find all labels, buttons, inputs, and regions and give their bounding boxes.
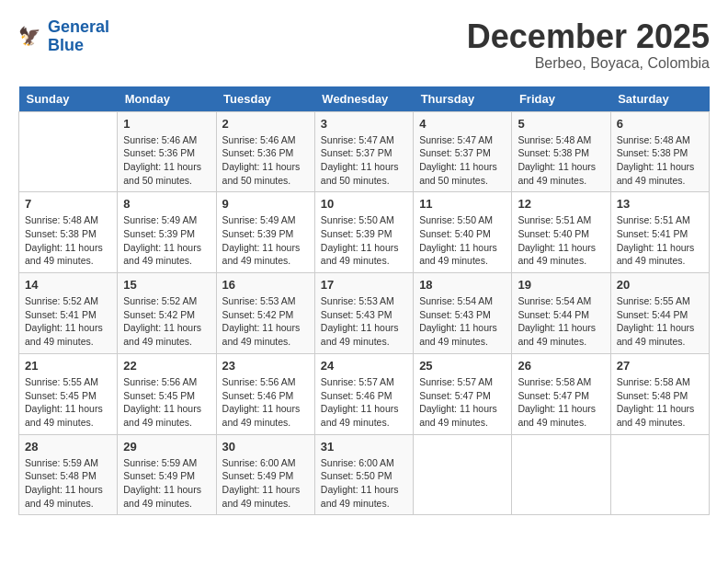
calendar-cell: 25Sunrise: 5:57 AMSunset: 5:47 PMDayligh… [414, 353, 512, 434]
day-info: Sunrise: 5:53 AMSunset: 5:43 PMDaylight:… [321, 294, 407, 349]
day-number: 23 [222, 359, 309, 373]
calendar-cell: 9Sunrise: 5:49 AMSunset: 5:39 PMDaylight… [216, 192, 314, 273]
day-of-week-header: Friday [512, 86, 610, 112]
day-info: Sunrise: 5:55 AMSunset: 5:45 PMDaylight:… [25, 375, 111, 430]
calendar-week-row: 21Sunrise: 5:55 AMSunset: 5:45 PMDayligh… [19, 353, 710, 434]
logo-line2: Blue [48, 37, 109, 55]
day-info: Sunrise: 5:50 AMSunset: 5:39 PMDaylight:… [321, 213, 407, 268]
calendar-cell: 7Sunrise: 5:48 AMSunset: 5:38 PMDaylight… [19, 192, 118, 273]
day-info: Sunrise: 5:59 AMSunset: 5:49 PMDaylight:… [123, 456, 210, 511]
calendar-cell: 23Sunrise: 5:56 AMSunset: 5:46 PMDayligh… [216, 353, 314, 434]
day-info: Sunrise: 5:47 AMSunset: 5:37 PMDaylight:… [419, 133, 506, 188]
calendar-cell: 2Sunrise: 5:46 AMSunset: 5:36 PMDaylight… [216, 111, 314, 192]
header: 🦅 General Blue December 2025 Berbeo, Boy… [18, 18, 710, 72]
day-number: 29 [123, 440, 210, 454]
svg-text:🦅: 🦅 [18, 24, 41, 46]
logo-line1: General [48, 17, 109, 36]
calendar-cell: 3Sunrise: 5:47 AMSunset: 5:37 PMDaylight… [314, 111, 413, 192]
day-of-week-header: Saturday [610, 86, 709, 112]
calendar-cell: 18Sunrise: 5:54 AMSunset: 5:43 PMDayligh… [414, 273, 512, 354]
day-number: 26 [518, 359, 604, 373]
day-number: 22 [123, 359, 210, 373]
calendar-cell: 8Sunrise: 5:49 AMSunset: 5:39 PMDaylight… [118, 192, 216, 273]
day-number: 19 [518, 278, 604, 292]
calendar-cell: 22Sunrise: 5:56 AMSunset: 5:45 PMDayligh… [118, 353, 216, 434]
day-info: Sunrise: 5:59 AMSunset: 5:48 PMDaylight:… [25, 456, 111, 511]
day-of-week-header: Monday [118, 86, 216, 112]
day-info: Sunrise: 5:52 AMSunset: 5:42 PMDaylight:… [123, 294, 210, 349]
calendar-week-row: 7Sunrise: 5:48 AMSunset: 5:38 PMDaylight… [19, 192, 710, 273]
calendar-cell: 21Sunrise: 5:55 AMSunset: 5:45 PMDayligh… [19, 353, 118, 434]
calendar-cell [512, 434, 610, 515]
day-number: 8 [123, 197, 210, 211]
calendar-cell: 29Sunrise: 5:59 AMSunset: 5:49 PMDayligh… [118, 434, 216, 515]
calendar-cell: 11Sunrise: 5:50 AMSunset: 5:40 PMDayligh… [414, 192, 512, 273]
day-number: 20 [617, 278, 703, 292]
day-number: 31 [321, 440, 407, 454]
day-number: 13 [617, 197, 703, 211]
day-info: Sunrise: 5:57 AMSunset: 5:47 PMDaylight:… [419, 375, 506, 430]
day-of-week-header: Tuesday [216, 86, 314, 112]
day-info: Sunrise: 5:56 AMSunset: 5:45 PMDaylight:… [123, 375, 210, 430]
day-info: Sunrise: 5:47 AMSunset: 5:37 PMDaylight:… [321, 133, 407, 188]
calendar-cell: 31Sunrise: 6:00 AMSunset: 5:50 PMDayligh… [314, 434, 413, 515]
day-number: 2 [222, 117, 309, 131]
day-number: 4 [419, 117, 506, 131]
day-info: Sunrise: 5:48 AMSunset: 5:38 PMDaylight:… [617, 133, 703, 188]
calendar-week-row: 1Sunrise: 5:46 AMSunset: 5:36 PMDaylight… [19, 111, 710, 192]
calendar-cell: 16Sunrise: 5:53 AMSunset: 5:42 PMDayligh… [216, 273, 314, 354]
day-number: 9 [222, 197, 309, 211]
calendar-cell: 13Sunrise: 5:51 AMSunset: 5:41 PMDayligh… [610, 192, 709, 273]
day-number: 7 [25, 197, 111, 211]
calendar-cell: 1Sunrise: 5:46 AMSunset: 5:36 PMDaylight… [118, 111, 216, 192]
day-info: Sunrise: 5:49 AMSunset: 5:39 PMDaylight:… [222, 213, 309, 268]
day-info: Sunrise: 5:50 AMSunset: 5:40 PMDaylight:… [419, 213, 506, 268]
title-area: December 2025 Berbeo, Boyaca, Colombia [467, 18, 710, 72]
day-number: 3 [321, 117, 407, 131]
day-number: 6 [617, 117, 703, 131]
logo: 🦅 General Blue [18, 18, 109, 55]
day-info: Sunrise: 5:58 AMSunset: 5:47 PMDaylight:… [518, 375, 604, 430]
calendar-cell: 4Sunrise: 5:47 AMSunset: 5:37 PMDaylight… [414, 111, 512, 192]
calendar-cell: 28Sunrise: 5:59 AMSunset: 5:48 PMDayligh… [19, 434, 118, 515]
logo-text: General Blue [48, 18, 109, 55]
calendar-cell: 14Sunrise: 5:52 AMSunset: 5:41 PMDayligh… [19, 273, 118, 354]
day-number: 1 [123, 117, 210, 131]
day-info: Sunrise: 5:54 AMSunset: 5:44 PMDaylight:… [518, 294, 604, 349]
day-number: 21 [25, 359, 111, 373]
location-subtitle: Berbeo, Boyaca, Colombia [467, 55, 710, 72]
calendar-week-row: 28Sunrise: 5:59 AMSunset: 5:48 PMDayligh… [19, 434, 710, 515]
day-number: 25 [419, 359, 506, 373]
calendar-cell: 24Sunrise: 5:57 AMSunset: 5:46 PMDayligh… [314, 353, 413, 434]
calendar-cell: 17Sunrise: 5:53 AMSunset: 5:43 PMDayligh… [314, 273, 413, 354]
month-title: December 2025 [467, 18, 710, 55]
day-info: Sunrise: 5:58 AMSunset: 5:48 PMDaylight:… [617, 375, 703, 430]
calendar-cell: 6Sunrise: 5:48 AMSunset: 5:38 PMDaylight… [610, 111, 709, 192]
day-info: Sunrise: 5:57 AMSunset: 5:46 PMDaylight:… [321, 375, 407, 430]
day-number: 28 [25, 440, 111, 454]
day-info: Sunrise: 5:54 AMSunset: 5:43 PMDaylight:… [419, 294, 506, 349]
calendar-cell: 27Sunrise: 5:58 AMSunset: 5:48 PMDayligh… [610, 353, 709, 434]
day-of-week-header: Wednesday [314, 86, 413, 112]
day-info: Sunrise: 5:46 AMSunset: 5:36 PMDaylight:… [222, 133, 309, 188]
day-number: 11 [419, 197, 506, 211]
calendar-cell [19, 111, 118, 192]
day-info: Sunrise: 5:52 AMSunset: 5:41 PMDaylight:… [25, 294, 111, 349]
calendar-cell: 15Sunrise: 5:52 AMSunset: 5:42 PMDayligh… [118, 273, 216, 354]
day-number: 17 [321, 278, 407, 292]
day-of-week-header: Sunday [19, 86, 118, 112]
day-info: Sunrise: 6:00 AMSunset: 5:49 PMDaylight:… [222, 456, 309, 511]
day-info: Sunrise: 5:55 AMSunset: 5:44 PMDaylight:… [617, 294, 703, 349]
day-info: Sunrise: 5:56 AMSunset: 5:46 PMDaylight:… [222, 375, 309, 430]
day-info: Sunrise: 5:46 AMSunset: 5:36 PMDaylight:… [123, 133, 210, 188]
day-info: Sunrise: 5:51 AMSunset: 5:41 PMDaylight:… [617, 213, 703, 268]
day-number: 15 [123, 278, 210, 292]
day-info: Sunrise: 6:00 AMSunset: 5:50 PMDaylight:… [321, 456, 407, 511]
calendar-week-row: 14Sunrise: 5:52 AMSunset: 5:41 PMDayligh… [19, 273, 710, 354]
calendar-cell: 19Sunrise: 5:54 AMSunset: 5:44 PMDayligh… [512, 273, 610, 354]
day-number: 10 [321, 197, 407, 211]
calendar-table: SundayMondayTuesdayWednesdayThursdayFrid… [18, 86, 710, 516]
day-info: Sunrise: 5:53 AMSunset: 5:42 PMDaylight:… [222, 294, 309, 349]
day-number: 14 [25, 278, 111, 292]
day-info: Sunrise: 5:51 AMSunset: 5:40 PMDaylight:… [518, 213, 604, 268]
